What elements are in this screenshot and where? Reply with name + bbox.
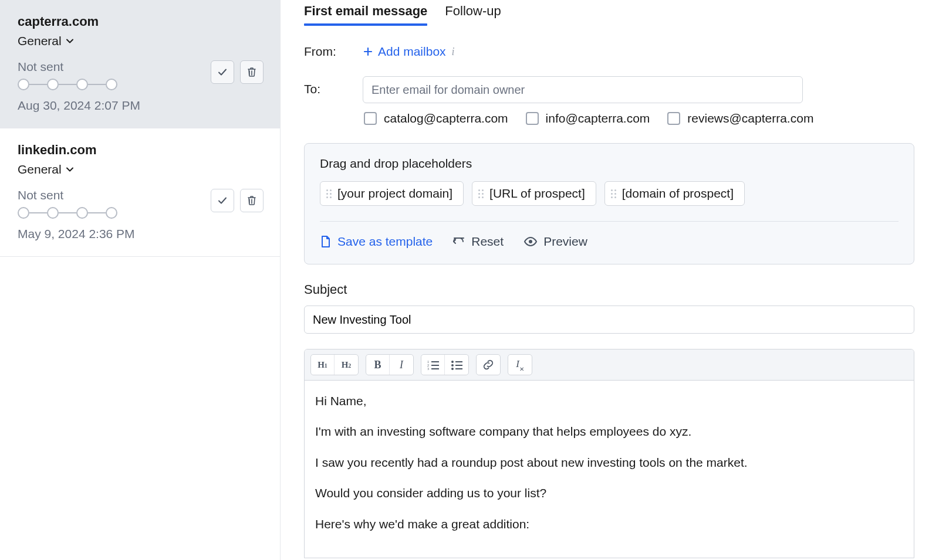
tab-followup[interactable]: Follow-up (445, 4, 501, 25)
mark-done-button[interactable] (211, 60, 234, 84)
delete-button[interactable] (240, 189, 264, 212)
prospect-card[interactable]: capterra.com General Not sent Aug 30, 20… (0, 0, 280, 128)
info-icon[interactable]: i (452, 46, 455, 58)
prospect-date: Aug 30, 2024 2:07 PM (18, 99, 264, 113)
subject-input[interactable] (304, 306, 914, 334)
link-icon (482, 359, 494, 371)
file-icon (320, 235, 332, 249)
suggested-email-option[interactable]: reviews@capterra.com (667, 111, 813, 125)
placeholders-panel: Drag and drop placeholders [your project… (304, 143, 914, 264)
placeholders-title: Drag and drop placeholders (320, 157, 899, 171)
preview-label: Preview (543, 235, 587, 249)
drag-handle-icon (611, 189, 616, 198)
plus-icon (363, 46, 373, 57)
checkbox[interactable] (667, 112, 680, 125)
prospect-category-dropdown[interactable]: General (18, 162, 264, 177)
suggested-email-label: info@capterra.com (546, 111, 650, 125)
link-button[interactable] (477, 355, 500, 375)
add-mailbox-label: Add mailbox (378, 45, 446, 59)
editor-toolbar: H1 H2 B I 123 (305, 349, 914, 381)
checkbox[interactable] (526, 112, 539, 125)
from-row: From: Add mailbox i (304, 45, 916, 59)
email-body-editor: H1 H2 B I 123 (304, 349, 914, 558)
placeholder-chip[interactable]: [URL of prospect] (472, 181, 596, 206)
editor-paragraph: I'm with an investing software company t… (315, 423, 903, 440)
editor-paragraph: Here's why we'd make a great addition: (315, 515, 903, 533)
check-icon (217, 195, 228, 206)
suggested-email-label: catalog@capterra.com (384, 111, 508, 125)
placeholder-chip-label: [your project domain] (337, 186, 452, 201)
italic-button[interactable]: I (390, 355, 413, 375)
email-composer: First email message Follow-up From: Add … (281, 0, 939, 560)
chevron-down-icon (65, 165, 75, 174)
mark-done-button[interactable] (211, 189, 234, 212)
checkbox[interactable] (364, 112, 377, 125)
prospect-category-label: General (18, 162, 62, 177)
placeholders-chips: [your project domain] [URL of prospect] … (320, 181, 899, 206)
ordered-list-icon: 123 (427, 359, 439, 370)
svg-point-7 (451, 361, 454, 363)
prospect-card[interactable]: linkedin.com General Not sent May 9, 202… (0, 128, 280, 257)
ordered-list-button[interactable]: 123 (421, 355, 445, 375)
prospect-domain: linkedin.com (18, 142, 264, 158)
clear-formatting-button[interactable]: I✕ (508, 355, 532, 375)
composer-tabs: First email message Follow-up (304, 4, 916, 25)
placeholders-actions: Save as template Reset Preview (320, 235, 899, 249)
to-row: To: catalog@capterra.com info@capterra.c… (304, 76, 916, 125)
tab-first-email[interactable]: First email message (304, 4, 427, 25)
add-mailbox-button[interactable]: Add mailbox (363, 45, 446, 59)
reset-label: Reset (471, 235, 504, 249)
svg-text:3: 3 (427, 367, 429, 370)
check-icon (217, 66, 228, 78)
reset-button[interactable]: Reset (452, 235, 504, 249)
undo-icon (452, 235, 465, 248)
unordered-list-button[interactable] (445, 355, 468, 375)
editor-paragraph: Hi Name, (315, 392, 903, 410)
delete-button[interactable] (240, 60, 264, 84)
prospect-category-label: General (18, 34, 62, 48)
svg-point-9 (451, 368, 454, 370)
suggested-email-label: reviews@capterra.com (687, 111, 813, 125)
suggested-email-option[interactable]: info@capterra.com (526, 111, 650, 125)
editor-paragraph: I saw you recently had a roundup post ab… (315, 454, 903, 471)
heading1-button[interactable]: H1 (311, 355, 335, 375)
save-template-button[interactable]: Save as template (320, 235, 433, 249)
svg-point-0 (529, 240, 532, 243)
to-label: To: (304, 76, 363, 96)
preview-button[interactable]: Preview (523, 235, 587, 249)
placeholder-chip[interactable]: [domain of prospect] (604, 181, 745, 206)
eye-icon (523, 235, 538, 249)
prospect-domain: capterra.com (18, 14, 264, 29)
unordered-list-icon (451, 359, 462, 370)
to-suggestions: catalog@capterra.com info@capterra.com r… (363, 111, 813, 125)
drag-handle-icon (478, 189, 484, 198)
subject-label: Subject (304, 282, 916, 297)
trash-icon (246, 66, 258, 78)
placeholder-chip-label: [URL of prospect] (489, 186, 585, 201)
bold-button[interactable]: B (366, 355, 390, 375)
to-email-input[interactable] (363, 76, 803, 103)
prospect-sidebar: capterra.com General Not sent Aug 30, 20… (0, 0, 281, 560)
trash-icon (246, 195, 258, 206)
heading2-button[interactable]: H2 (335, 355, 358, 375)
suggested-email-option[interactable]: catalog@capterra.com (364, 111, 508, 125)
placeholder-chip-label: [domain of prospect] (622, 186, 734, 201)
prospect-category-dropdown[interactable]: General (18, 34, 264, 48)
save-template-label: Save as template (337, 235, 433, 249)
prospect-date: May 9, 2024 2:36 PM (18, 227, 264, 241)
from-label: From: (304, 45, 363, 59)
svg-point-8 (451, 364, 454, 366)
chevron-down-icon (65, 36, 75, 46)
placeholder-chip[interactable]: [your project domain] (320, 181, 464, 206)
drag-handle-icon (326, 189, 332, 198)
editor-content[interactable]: Hi Name, I'm with an investing software … (305, 381, 914, 558)
editor-paragraph: Would you consider adding us to your lis… (315, 484, 903, 502)
